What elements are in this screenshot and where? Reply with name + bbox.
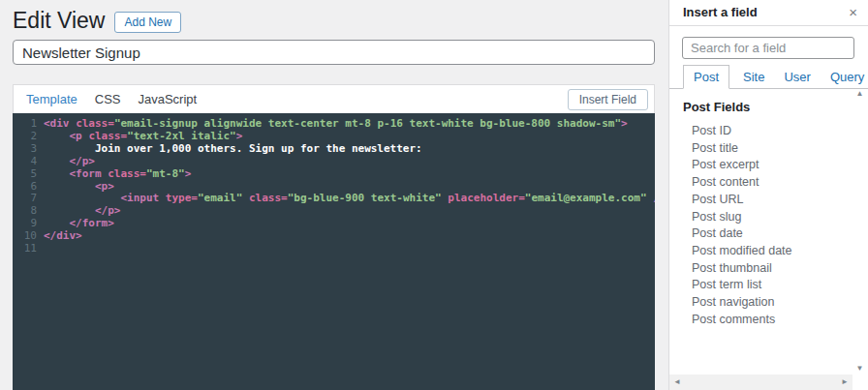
code-token-tag: >	[621, 117, 628, 130]
fields-section: Post Fields Post IDPost titlePost excerp…	[669, 89, 852, 374]
fields-heading: Post Fields	[683, 100, 852, 114]
code-token-attr: class=	[249, 192, 288, 204]
page-header: Edit View Add New	[13, 8, 181, 34]
vertical-scrollbar[interactable]: ▲ ▼	[853, 90, 866, 373]
editor-tab-javascript[interactable]: JavaScript	[138, 92, 197, 106]
horizontal-scrollbar[interactable]: ◄ ►	[669, 375, 852, 390]
line-number: 11	[13, 243, 37, 255]
code-token-text	[44, 217, 70, 229]
field-item-post-navigation[interactable]: Post navigation	[683, 294, 852, 312]
code-token-tag: >	[236, 130, 243, 142]
field-tab-site[interactable]: Site	[737, 66, 770, 88]
code-line-3: 3 Join over 1,000 others. Sign up for th…	[13, 143, 655, 156]
line-number: 1	[13, 118, 37, 131]
code-token-str: "email-signup alignwide text-center mt-8…	[114, 117, 621, 130]
line-number: 2	[13, 131, 37, 143]
code-token-tag: >	[185, 167, 192, 180]
code-token-tag: <form	[70, 167, 108, 180]
field-tab-user[interactable]: User	[778, 66, 816, 88]
scroll-down-icon[interactable]: ▼	[856, 365, 864, 373]
code-token-str: "email@example.com"	[525, 192, 647, 204]
code-token-str: "email"	[198, 192, 242, 204]
code-token-attr: placeholder=	[448, 192, 524, 204]
code-token-text	[242, 192, 249, 204]
editor-tab-template[interactable]: Template	[26, 92, 78, 106]
main-column: Edit View Add New TemplateCSSJavaScript …	[13, 0, 655, 390]
line-number: 3	[13, 143, 37, 156]
code-token-attr: class=	[76, 117, 114, 130]
field-item-post-date[interactable]: Post date	[683, 225, 852, 243]
code-token-text	[44, 192, 120, 204]
field-item-post-excerpt[interactable]: Post excerpt	[683, 157, 852, 174]
panel-header: Insert a field ×	[669, 0, 868, 26]
code-line-11: 11	[13, 243, 655, 255]
field-item-post-title[interactable]: Post title	[683, 140, 852, 158]
field-item-post-id[interactable]: Post ID	[683, 123, 852, 140]
editor-toolbar: TemplateCSSJavaScript Insert Field	[13, 84, 655, 113]
field-tab-query[interactable]: Query	[824, 66, 868, 88]
code-token-attr: class=	[108, 167, 146, 180]
line-number: 5	[13, 168, 37, 181]
code-token-attr: type=	[166, 192, 198, 204]
code-line-9: 9 </form>	[13, 218, 655, 230]
code-token-tag: <p>	[95, 180, 114, 193]
field-item-post-term-list[interactable]: Post term list	[683, 277, 852, 294]
field-source-tabs: PostSiteUserQuery	[669, 66, 868, 89]
code-token-tag: />	[647, 192, 655, 204]
view-title-input[interactable]	[13, 40, 655, 65]
fields-list: Post IDPost titlePost excerptPost conten…	[683, 123, 852, 328]
code-token-text	[44, 167, 70, 180]
insert-field-panel: Insert a field × PostSiteUserQuery Post …	[668, 0, 868, 390]
editor-tab-bar: TemplateCSSJavaScript	[26, 92, 197, 106]
scroll-left-icon[interactable]: ◄	[673, 378, 681, 386]
code-token-tag: </p>	[70, 155, 96, 167]
code-token-text: Join over 1,000 others. Sign up for the …	[44, 142, 422, 155]
panel-title: Insert a field	[683, 5, 758, 19]
code-token-text	[44, 130, 70, 142]
field-item-post-content[interactable]: Post content	[683, 174, 852, 192]
field-item-post-modified-date[interactable]: Post modified date	[683, 243, 852, 260]
field-item-post-url[interactable]: Post URL	[683, 192, 852, 209]
code-token-text	[44, 180, 95, 193]
page-title: Edit View	[13, 8, 105, 34]
close-icon[interactable]: ×	[849, 0, 857, 24]
code-token-tag: <div	[44, 117, 76, 130]
code-token-text	[44, 155, 70, 167]
scroll-up-icon[interactable]: ▲	[856, 90, 864, 98]
add-new-button[interactable]: Add New	[114, 12, 181, 33]
insert-field-button[interactable]: Insert Field	[568, 89, 648, 110]
code-token-text	[44, 204, 95, 217]
field-item-post-comments[interactable]: Post comments	[683, 312, 852, 329]
code-token-tag: <input	[120, 192, 165, 204]
code-editor[interactable]: 1<div class="email-signup alignwide text…	[13, 113, 655, 390]
code-token-tag: </p>	[95, 204, 121, 217]
code-token-str: "bg-blue-900 text-white"	[288, 192, 442, 204]
field-item-post-slug[interactable]: Post slug	[683, 209, 852, 226]
scroll-right-icon[interactable]: ►	[841, 378, 849, 386]
field-item-post-thumbnail[interactable]: Post thumbnail	[683, 260, 852, 278]
field-tab-post[interactable]: Post	[683, 65, 729, 89]
code-token-attr: class=	[88, 130, 127, 142]
code-token-str: "mt-8"	[146, 167, 185, 180]
editor-card: TemplateCSSJavaScript Insert Field 1<div…	[13, 84, 655, 390]
code-token-tag: </div>	[44, 229, 82, 242]
code-token-tag: <p	[70, 130, 89, 142]
field-search-input[interactable]	[682, 37, 854, 59]
code-line-10: 10</div>	[13, 230, 655, 243]
code-token-tag: </form>	[70, 217, 114, 229]
line-number: 4	[13, 156, 37, 168]
editor-tab-css[interactable]: CSS	[95, 92, 121, 106]
code-token-str: "text-2xl italic"	[127, 130, 236, 142]
